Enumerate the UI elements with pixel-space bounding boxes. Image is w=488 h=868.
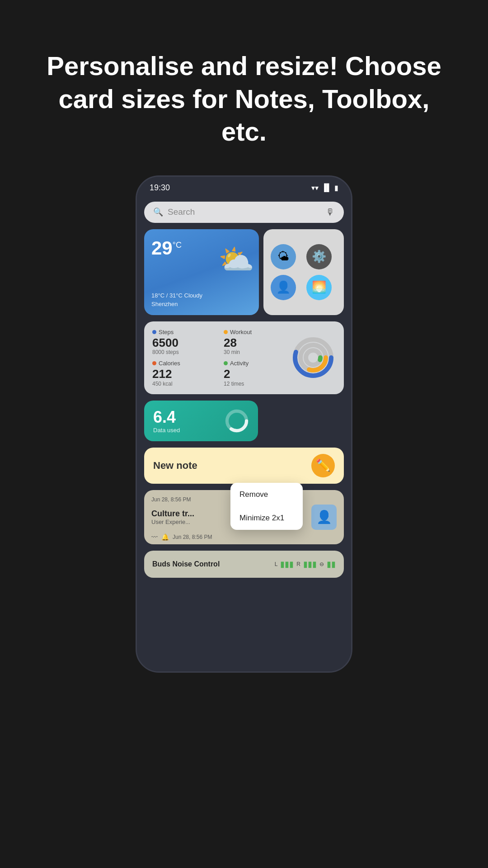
article-thumbnail: 👤	[311, 505, 337, 530]
buds-case-battery: ▮▮	[327, 559, 336, 569]
buds-title: Buds Noise Control	[152, 560, 270, 568]
article-footer-time: Jun 28, 8:56 PM	[173, 534, 212, 540]
buds-left-battery: ▮▮▮	[280, 559, 294, 569]
context-menu: Remove Minimize 2x1	[230, 483, 303, 530]
article-footer: 〰 🔔 Jun 28, 8:56 PM	[151, 533, 337, 541]
buds-right-battery: ▮▮▮	[303, 559, 317, 569]
fitness-stats: Steps 6500 8000 steps Workout 28 30 min	[152, 329, 286, 387]
phone-shell: 19:30 ▾▾ ▐▌ ▮ 🔍 Search 🎙 29°C ⛅	[136, 175, 352, 673]
weather-card[interactable]: 29°C ⛅ 18°C / 31°C Cloudy Shenzhen	[144, 229, 259, 315]
app-settings-icon[interactable]: ⚙️	[306, 244, 332, 269]
context-arrow	[262, 483, 271, 483]
note-edit-button[interactable]: ✏️	[311, 454, 335, 477]
note-card[interactable]: New note ✏️	[144, 448, 344, 484]
context-minimize[interactable]: Minimize 2x1	[230, 506, 303, 530]
fitness-activity: Activity 2 12 times	[224, 360, 286, 387]
status-icons: ▾▾ ▐▌ ▮	[311, 184, 338, 192]
phone-content: 🔍 Search 🎙 29°C ⛅ 18°C / 31°C Cloudy She…	[137, 196, 351, 671]
fitness-workout: Workout 28 30 min	[224, 329, 286, 356]
buds-case-label: ⊖	[319, 561, 324, 567]
app-weather-icon[interactable]: 🌤	[271, 244, 296, 269]
buds-indicators: L ▮▮▮ R ▮▮▮ ⊖ ▮▮	[275, 559, 336, 569]
data-card[interactable]: 6.4 Data used	[144, 401, 258, 441]
note-section: New note ✏️ Remove Minimize 2x1	[144, 448, 344, 484]
battery-icon: ▮	[334, 184, 338, 192]
weather-info: 18°C / 31°C Cloudy Shenzhen	[151, 291, 252, 309]
buds-left-label: L	[275, 561, 278, 567]
buds-card[interactable]: Buds Noise Control L ▮▮▮ R ▮▮▮ ⊖ ▮▮	[144, 551, 344, 578]
fitness-donut-chart	[291, 335, 336, 380]
status-time: 19:30	[150, 183, 170, 193]
context-remove[interactable]: Remove	[230, 483, 303, 506]
app-landscape-icon[interactable]: 🌅	[306, 275, 332, 300]
wifi-icon: ▾▾	[311, 184, 319, 192]
fitness-card[interactable]: Steps 6500 8000 steps Workout 28 30 min	[144, 321, 344, 394]
search-bar[interactable]: 🔍 Search 🎙	[144, 202, 344, 223]
search-placeholder: Search	[168, 207, 321, 217]
data-info: 6.4 Data used	[153, 408, 180, 434]
headline: Personalise and resize! Choose card size…	[0, 50, 488, 148]
signal-icon: ▐▌	[321, 184, 332, 192]
fitness-steps: Steps 6500 8000 steps	[152, 329, 215, 356]
waveform-icon: 〰	[151, 533, 158, 541]
cloud-icon: ⛅	[218, 243, 254, 277]
activity-dot	[224, 361, 228, 365]
steps-dot	[152, 330, 156, 334]
app-person-icon[interactable]: 👤	[271, 275, 296, 300]
weather-temp: 29°C	[151, 237, 182, 259]
search-icon: 🔍	[153, 207, 163, 217]
weather-apps-row: 29°C ⛅ 18°C / 31°C Cloudy Shenzhen 🌤 ⚙️ …	[144, 229, 344, 315]
note-text: New note	[153, 460, 197, 472]
calories-dot	[152, 361, 156, 365]
workout-dot	[224, 330, 228, 334]
fitness-calories: Calories 212 450 kcal	[152, 360, 215, 387]
apps-card: 🌤 ⚙️ 👤 🌅	[263, 229, 344, 315]
data-chart	[225, 409, 249, 433]
bell-icon: 🔔	[161, 533, 169, 541]
mic-icon[interactable]: 🎙	[326, 207, 335, 217]
buds-right-label: R	[296, 561, 300, 567]
status-bar: 19:30 ▾▾ ▐▌ ▮	[137, 177, 351, 196]
